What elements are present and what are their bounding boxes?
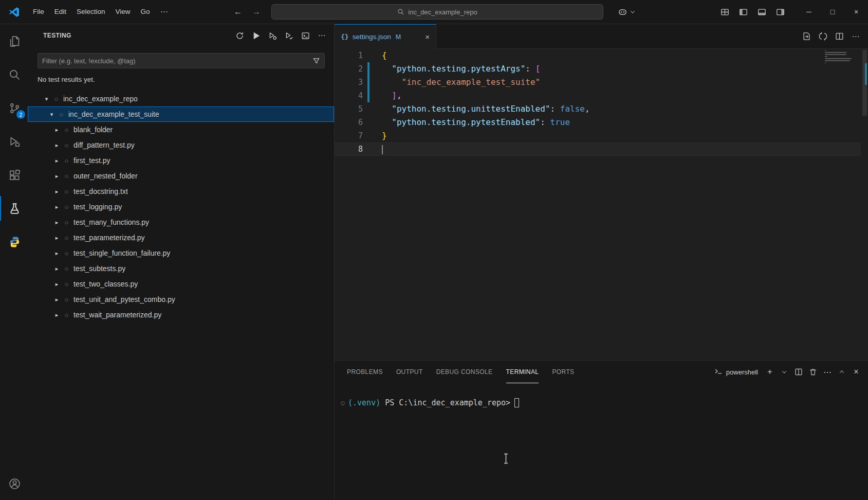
split-editor-icon[interactable] bbox=[832, 30, 846, 43]
code-line-5[interactable]: 5 "python.testing.unittestEnabled": fals… bbox=[335, 102, 861, 116]
kill-terminal-icon[interactable] bbox=[808, 365, 818, 379]
open-settings-ui-icon[interactable] bbox=[799, 30, 814, 43]
filter-icon[interactable] bbox=[312, 57, 320, 65]
toggle-panel-icon[interactable] bbox=[754, 5, 769, 19]
customize-layout-icon[interactable] bbox=[717, 5, 732, 19]
code-line-6[interactable]: 6 "python.testing.pytestEnabled": true bbox=[335, 116, 861, 129]
menu-view[interactable]: View bbox=[110, 5, 136, 19]
test-tree-item[interactable]: ▸○test_parameterized.py bbox=[28, 230, 334, 245]
panel-tab-ports[interactable]: PORTS bbox=[552, 361, 574, 383]
new-terminal-icon[interactable]: + bbox=[765, 365, 774, 379]
chevron-collapsed-icon[interactable]: ▸ bbox=[53, 281, 61, 288]
chevron-collapsed-icon[interactable]: ▸ bbox=[53, 219, 61, 226]
chevron-expanded-icon[interactable]: ▾ bbox=[43, 96, 50, 102]
test-tree-item[interactable]: ▸○test_many_functions.py bbox=[28, 215, 334, 230]
terminal-shell-button[interactable]: powershell bbox=[712, 368, 760, 376]
maximize-panel-icon[interactable] bbox=[837, 365, 846, 379]
test-tree-item[interactable]: ▾○inc_dec_example_test_suite bbox=[28, 106, 334, 122]
panel-header: PROBLEMSOUTPUTDEBUG CONSOLETERMINALPORTS… bbox=[335, 361, 868, 383]
activity-bar-python-icon[interactable] bbox=[0, 229, 28, 254]
code-line-7[interactable]: 7} bbox=[335, 129, 861, 142]
menu-more-icon[interactable]: ⋯ bbox=[155, 5, 173, 19]
test-state-icon: ○ bbox=[63, 141, 70, 149]
terminal-content[interactable]: ○ (.venv) PS C:\inc_dec_example_repo> bbox=[335, 398, 868, 500]
chevron-collapsed-icon[interactable]: ▸ bbox=[53, 250, 61, 257]
navigate-forward-icon[interactable]: → bbox=[249, 5, 264, 19]
activity-bar-search-icon[interactable] bbox=[0, 62, 28, 87]
chevron-collapsed-icon[interactable]: ▸ bbox=[53, 296, 61, 303]
menu-edit[interactable]: Edit bbox=[49, 5, 71, 19]
run-tests-icon[interactable] bbox=[249, 29, 263, 42]
open-changes-icon[interactable] bbox=[816, 30, 830, 43]
panel-more-actions-icon[interactable]: ⋯ bbox=[823, 365, 832, 379]
code-line-4[interactable]: 4 ], bbox=[335, 89, 861, 102]
tab-settings-json[interactable]: {} settings.json M × bbox=[335, 24, 436, 49]
panel-tab-problems[interactable]: PROBLEMS bbox=[347, 361, 383, 383]
test-tree-item[interactable]: ▸○test_logging.py bbox=[28, 199, 334, 215]
test-tree-item[interactable]: ▾○inc_dec_example_repo bbox=[28, 91, 334, 106]
maximize-window-icon[interactable]: □ bbox=[821, 0, 844, 24]
chevron-collapsed-icon[interactable]: ▸ bbox=[53, 312, 61, 318]
activity-bar-extensions-icon[interactable] bbox=[0, 163, 28, 187]
activity-bar-testing-icon[interactable] bbox=[0, 196, 28, 221]
test-tree-item[interactable]: ▸○test_unit_and_pytest_combo.py bbox=[28, 292, 334, 307]
toggle-secondary-sidebar-icon[interactable] bbox=[773, 5, 787, 19]
code-line-1[interactable]: 1{ bbox=[335, 49, 861, 62]
chevron-collapsed-icon[interactable]: ▸ bbox=[53, 188, 61, 195]
activity-bar-run-debug-icon[interactable] bbox=[0, 129, 28, 154]
chevron-collapsed-icon[interactable]: ▸ bbox=[53, 127, 61, 133]
activity-bar-source-control-icon[interactable]: 2 bbox=[0, 96, 28, 120]
test-tree-item[interactable]: ▸○first_test.py bbox=[28, 153, 334, 168]
chevron-collapsed-icon[interactable]: ▸ bbox=[53, 157, 61, 164]
minimap[interactable] bbox=[825, 50, 854, 66]
menu-selection[interactable]: Selection bbox=[71, 5, 110, 19]
editor-scrollbar[interactable] bbox=[862, 50, 867, 116]
chevron-collapsed-icon[interactable]: ▸ bbox=[53, 235, 61, 241]
run-tests-with-coverage-icon[interactable] bbox=[282, 29, 296, 42]
command-center-search[interactable]: inc_dec_example_repo bbox=[271, 4, 603, 20]
activity-bar-explorer-icon[interactable] bbox=[0, 29, 28, 53]
panel-tab-output[interactable]: OUTPUT bbox=[396, 361, 423, 383]
test-filter-input[interactable] bbox=[42, 57, 312, 65]
code-line-8[interactable]: 8 bbox=[335, 142, 861, 156]
close-tab-icon[interactable]: × bbox=[420, 32, 430, 41]
testing-more-actions-icon[interactable]: ⋯ bbox=[315, 29, 329, 42]
chevron-collapsed-icon[interactable]: ▸ bbox=[53, 204, 61, 210]
close-window-icon[interactable]: × bbox=[844, 0, 868, 24]
chevron-collapsed-icon[interactable]: ▸ bbox=[53, 265, 61, 272]
navigate-back-icon[interactable]: ← bbox=[231, 5, 245, 19]
code-line-2[interactable]: 2 "python.testing.pytestArgs": [ bbox=[335, 62, 861, 76]
menu-go[interactable]: Go bbox=[136, 5, 155, 19]
panel-tab-terminal[interactable]: TERMINAL bbox=[506, 361, 539, 383]
test-state-icon: ○ bbox=[52, 95, 60, 103]
test-tree-item[interactable]: ▸○diff_pattern_test.py bbox=[28, 137, 334, 153]
test-tree-item[interactable]: ▸○test_subtests.py bbox=[28, 261, 334, 276]
split-terminal-icon[interactable] bbox=[794, 365, 803, 379]
chevron-collapsed-icon[interactable]: ▸ bbox=[53, 173, 61, 180]
show-test-output-icon[interactable] bbox=[298, 29, 312, 42]
terminal-venv-prefix: (.venv) bbox=[348, 398, 380, 407]
test-tree-item[interactable]: ▸○blank_folder bbox=[28, 122, 334, 137]
chevron-expanded-icon[interactable]: ▾ bbox=[48, 111, 56, 118]
panel-tab-debug-console[interactable]: DEBUG CONSOLE bbox=[436, 361, 493, 383]
test-tree-item[interactable]: ▸○test_wait_parameterized.py bbox=[28, 307, 334, 323]
debug-tests-icon[interactable] bbox=[265, 29, 280, 42]
test-tree-item[interactable]: ▸○test_single_function_failure.py bbox=[28, 245, 334, 261]
chevron-collapsed-icon[interactable]: ▸ bbox=[53, 142, 61, 149]
code-line-3[interactable]: 3 "inc_dec_example_test_suite" bbox=[335, 76, 861, 89]
toggle-primary-sidebar-icon[interactable] bbox=[736, 5, 750, 19]
line-number: 8 bbox=[335, 142, 363, 156]
close-panel-icon[interactable]: × bbox=[852, 365, 861, 379]
terminal-profile-dropdown-icon[interactable] bbox=[780, 365, 789, 379]
line-number: 3 bbox=[335, 76, 363, 89]
editor-content[interactable]: 1{2 "python.testing.pytestArgs": [3 "inc… bbox=[335, 49, 861, 360]
accounts-icon[interactable] bbox=[0, 471, 28, 496]
menu-file[interactable]: File bbox=[28, 5, 49, 19]
test-tree-item[interactable]: ▸○outer_nested_folder bbox=[28, 168, 334, 184]
copilot-button[interactable] bbox=[615, 5, 637, 19]
test-tree-item[interactable]: ▸○test_two_classes.py bbox=[28, 276, 334, 292]
test-tree-item[interactable]: ▸○test_docstring.txt bbox=[28, 184, 334, 199]
minimize-window-icon[interactable]: ─ bbox=[797, 0, 821, 24]
editor-more-actions-icon[interactable]: ⋯ bbox=[848, 30, 863, 43]
refresh-tests-icon[interactable] bbox=[232, 29, 247, 42]
